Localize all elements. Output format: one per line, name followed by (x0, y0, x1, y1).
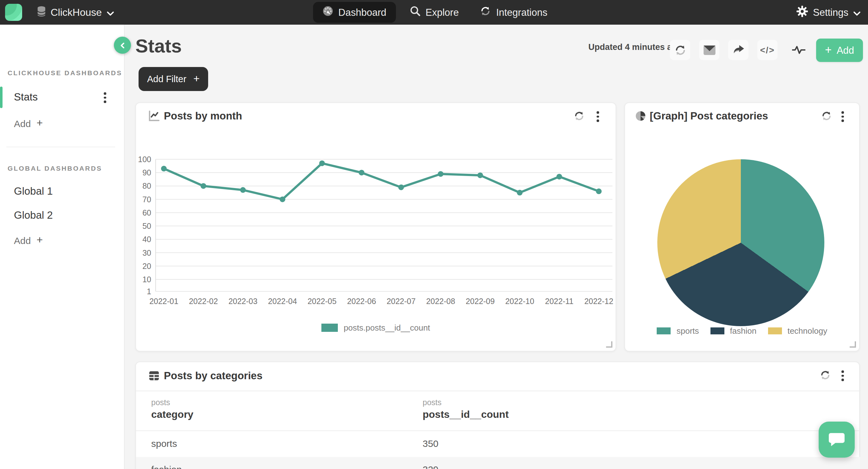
card-title: Posts by month (164, 110, 242, 122)
data-point[interactable] (438, 171, 443, 177)
embed-code-button[interactable]: </> (757, 40, 778, 60)
sidebar-add-dashboard-button[interactable]: Add + (14, 117, 43, 130)
email-report-button[interactable] (699, 40, 719, 60)
workspace-switcher[interactable]: ClickHouse (37, 0, 114, 25)
column-header-posts-id-count[interactable]: posts__id__count (423, 409, 509, 420)
cell-count: 329 (423, 464, 438, 469)
plus-icon: + (825, 43, 832, 57)
table-row-fashion[interactable]: fashion329 (136, 457, 860, 469)
sidebar-item-global-2[interactable]: Global 2 (14, 209, 53, 221)
refresh-card-button[interactable] (574, 111, 585, 124)
mail-icon (703, 45, 715, 55)
y-axis-tick: 10 (142, 275, 151, 284)
data-point[interactable] (517, 190, 523, 196)
settings-menu[interactable]: Settings (797, 0, 860, 25)
column-group-label: posts (423, 398, 442, 407)
data-point[interactable] (477, 173, 483, 178)
tab-explore[interactable]: Explore (402, 2, 466, 23)
add-filter-button[interactable]: Add Filter + (138, 67, 208, 91)
gauge-icon (323, 6, 333, 19)
workspace-name: ClickHouse (51, 7, 102, 18)
line-chart-icon (149, 111, 159, 124)
refresh-icon (574, 111, 585, 121)
y-axis-tick: 1 (147, 287, 151, 296)
sidebar-section-clickhouse-dashboards: CLICKHOUSE DASHBOARDS (8, 69, 122, 76)
data-point[interactable] (240, 187, 246, 193)
refresh-dashboard-button[interactable] (670, 40, 690, 60)
legend-item-sports[interactable]: sports (657, 326, 699, 336)
sidebar-add-global-dashboard-button[interactable]: Add + (14, 234, 43, 246)
refresh-card-button[interactable] (820, 370, 831, 383)
x-axis-tick: 2022-11 (545, 297, 574, 306)
pie-chart-icon (635, 111, 646, 124)
card-kebab-menu-icon[interactable] (597, 111, 599, 122)
legend-item-fashion[interactable]: fashion (710, 326, 757, 336)
card-kebab-menu-icon[interactable] (841, 370, 844, 381)
add-button-label: Add (837, 44, 854, 56)
pie-chart-legend: sportsfashiontechnology (625, 326, 859, 336)
sidebar-collapse-button[interactable] (114, 37, 131, 54)
card-title: Posts by categories (164, 370, 262, 382)
settings-label: Settings (813, 7, 848, 18)
code-icon: </> (760, 45, 775, 55)
post-categories-pie[interactable] (657, 159, 824, 326)
share-arrow-icon (732, 45, 744, 55)
column-header-category[interactable]: category (151, 409, 193, 420)
line-chart-legend: posts.posts__id__count (136, 323, 616, 332)
legend-label: posts.posts__id__count (344, 323, 430, 332)
x-axis-tick: 2022-04 (268, 297, 297, 306)
chat-widget-button[interactable] (819, 422, 855, 458)
data-point[interactable] (319, 161, 325, 166)
legend-item-technology[interactable]: technology (768, 326, 827, 336)
last-updated-text: Updated 4 minutes ago (588, 42, 682, 52)
data-point[interactable] (200, 183, 206, 189)
card-title: [Graph] Post categories (650, 110, 768, 122)
y-axis-tick: 60 (142, 208, 151, 217)
cell-category: fashion (151, 464, 182, 469)
posts-by-month-card: Posts by month 1009080706050403020101202… (135, 102, 616, 351)
data-point[interactable] (161, 166, 167, 172)
post-categories-card: [Graph] Post categories sportsfashiontec… (624, 102, 860, 351)
activity-button[interactable] (789, 40, 808, 60)
sidebar-item-global-1[interactable]: Global 1 (14, 185, 53, 197)
refresh-icon (821, 111, 832, 121)
cell-count: 350 (423, 438, 438, 449)
main-nav: Dashboard Explore Integrations (313, 0, 555, 25)
x-axis-tick: 2022-07 (386, 297, 416, 306)
tab-integrations-label: Integrations (496, 7, 547, 18)
table-icon (149, 370, 159, 384)
add-label: Add (14, 235, 31, 245)
data-point[interactable] (359, 170, 364, 175)
table-body: sports350fashion329 (136, 431, 860, 469)
stats-kebab-menu-icon[interactable] (104, 92, 106, 103)
add-filter-label: Add Filter (147, 74, 186, 84)
sidebar-item-stats[interactable]: Stats (0, 87, 125, 108)
sidebar: CLICKHOUSE DASHBOARDS Stats Add + GLOBAL… (0, 25, 125, 469)
x-axis-tick: 2022-05 (307, 297, 337, 306)
x-axis-tick: 2022-01 (149, 297, 178, 306)
legend-label: sports (677, 326, 699, 336)
plus-icon: + (36, 117, 43, 130)
data-point[interactable] (280, 197, 285, 202)
sync-icon (480, 6, 491, 19)
x-axis-tick: 2022-10 (505, 297, 534, 306)
table-header-divider (136, 391, 860, 391)
posts-by-month-chart[interactable]: 10090807060504030201012022-012022-022022… (136, 141, 617, 317)
table-row-sports[interactable]: sports350 (136, 431, 860, 457)
top-navigation-bar: ClickHouse Dashboard Explore (0, 0, 868, 25)
x-axis-tick: 2022-12 (584, 297, 613, 306)
data-point[interactable] (556, 174, 562, 179)
share-button[interactable] (728, 40, 748, 60)
tab-integrations[interactable]: Integrations (473, 2, 555, 23)
tab-dashboard[interactable]: Dashboard (313, 2, 396, 23)
search-icon (410, 6, 421, 19)
data-point[interactable] (596, 188, 602, 194)
add-widget-button[interactable]: + Add (816, 39, 863, 62)
legend-label: technology (787, 326, 827, 336)
card-kebab-menu-icon[interactable] (841, 111, 844, 122)
data-point[interactable] (398, 185, 404, 190)
app-logo[interactable] (5, 4, 22, 21)
y-axis-tick: 90 (142, 168, 151, 177)
x-axis-tick: 2022-09 (466, 297, 495, 306)
refresh-card-button[interactable] (821, 111, 832, 124)
